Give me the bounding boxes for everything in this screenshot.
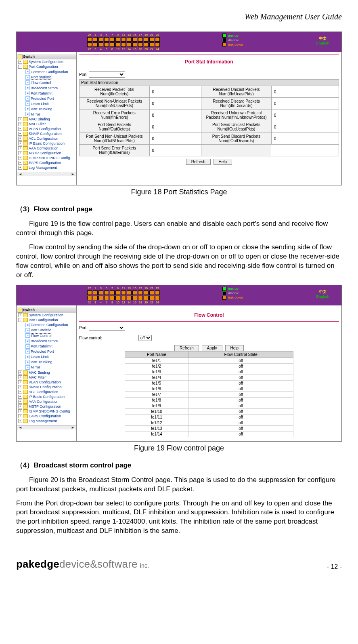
lang-english[interactable]: English xyxy=(316,295,329,299)
table-row: fe1/14off xyxy=(125,431,293,437)
expand-icon[interactable]: + xyxy=(18,419,22,423)
refresh-button[interactable]: Refresh xyxy=(186,159,211,165)
help-button[interactable]: Help xyxy=(214,159,232,165)
sidebar-item[interactable]: +IP Basic Configuration xyxy=(17,141,76,146)
port-number: 3 xyxy=(98,287,103,290)
language-switch[interactable]: 中文 English xyxy=(316,289,329,299)
sidebar-item[interactable]: +EAPS Configuration xyxy=(17,160,76,165)
sidebar-item[interactable]: ≡Protected Port xyxy=(25,349,76,354)
sidebar-item[interactable]: +Log Management xyxy=(17,165,76,170)
sidebar-item[interactable]: +MSTP Configuration xyxy=(17,404,76,409)
sidebar-item[interactable]: ≡Broadcast Strom xyxy=(25,85,76,90)
sidebar-item[interactable]: +System Configuration xyxy=(17,59,76,64)
sidebar-item[interactable]: ≡Port Statistic xyxy=(25,328,76,333)
expand-icon[interactable]: + xyxy=(18,122,22,126)
expand-icon[interactable]: + xyxy=(18,161,22,165)
port-led xyxy=(127,290,132,295)
expand-icon[interactable]: + xyxy=(18,414,22,418)
expand-icon[interactable]: + xyxy=(18,127,22,131)
sidebar-item[interactable]: +IP Basic Configuration xyxy=(17,394,76,399)
sidebar-item[interactable]: +MAC Binding xyxy=(17,117,76,122)
expand-icon[interactable]: + xyxy=(18,156,22,160)
expand-icon[interactable]: + xyxy=(18,137,22,141)
port-led xyxy=(87,42,92,47)
sidebar-item[interactable]: -Port Configuration xyxy=(17,64,76,69)
sidebar-item[interactable]: ≡Flow Control xyxy=(25,80,76,85)
expand-icon[interactable]: + xyxy=(18,151,22,155)
sidebar-item[interactable]: ≡Broadcast Strom xyxy=(25,339,76,344)
expand-icon[interactable]: + xyxy=(18,146,22,150)
expand-icon[interactable]: - xyxy=(18,65,22,69)
sidebar-item[interactable]: ≡Protected Port xyxy=(25,96,76,101)
port-select[interactable] xyxy=(89,325,125,331)
expand-icon[interactable]: - xyxy=(18,318,22,322)
sidebar-item[interactable]: ≡Learn Limit xyxy=(25,101,76,106)
sidebar-item[interactable]: +IGMP SNOOPING Config xyxy=(17,409,76,414)
scroll-right-icon[interactable]: ► xyxy=(70,172,76,176)
sidebar-item[interactable]: +AAA Configuration xyxy=(17,399,76,404)
expand-icon[interactable]: + xyxy=(18,380,22,384)
sidebar-item[interactable]: ≡Mirror xyxy=(25,112,76,117)
flow-control-select[interactable]: off xyxy=(138,335,152,341)
port-number: 4 xyxy=(98,301,103,304)
help-button[interactable]: Help xyxy=(225,345,244,351)
expand-icon[interactable]: + xyxy=(18,400,22,404)
expand-icon[interactable]: + xyxy=(18,370,22,375)
sidebar-item[interactable]: +Log Management xyxy=(17,419,76,423)
apply-button[interactable]: Apply xyxy=(202,345,222,351)
sidebar-item[interactable]: +MAC Binding xyxy=(17,370,76,375)
sidebar-item[interactable]: +MAC Filter xyxy=(17,375,76,380)
sidebar-item[interactable]: +ACL Configuration xyxy=(17,136,76,141)
expand-icon[interactable]: + xyxy=(18,390,22,394)
sidebar-item[interactable]: +VLAN Configuration xyxy=(17,380,76,385)
expand-icon[interactable]: + xyxy=(18,409,22,413)
expand-icon[interactable]: + xyxy=(18,132,22,136)
sidebar-item[interactable]: ≡Port Trunking xyxy=(25,360,76,365)
sidebar-item[interactable]: ≡Flow Control xyxy=(25,333,76,339)
page-icon: ≡ xyxy=(25,365,30,370)
expand-icon[interactable]: + xyxy=(18,166,22,170)
sidebar-item[interactable]: +SNMP Configuration xyxy=(17,131,76,136)
sidebar-item[interactable]: +MSTP Configuration xyxy=(17,151,76,156)
stat-value: 0 xyxy=(149,145,201,156)
lang-chinese[interactable]: 中文 xyxy=(316,36,329,41)
expand-icon[interactable]: + xyxy=(18,313,22,317)
sidebar-item[interactable]: ≡Mirror xyxy=(25,365,76,370)
sidebar-item[interactable]: +VLAN Configuration xyxy=(17,126,76,131)
sidebar-item[interactable]: +MAC Filter xyxy=(17,122,76,126)
sidebar-item[interactable]: +SNMP Configuration xyxy=(17,385,76,389)
lang-chinese[interactable]: 中文 xyxy=(316,289,329,295)
sidebar-item[interactable]: +EAPS Configuration xyxy=(17,414,76,419)
sidebar-item[interactable]: +ACL Configuration xyxy=(17,389,76,394)
scroll-left-icon[interactable]: ◄ xyxy=(17,425,23,429)
language-switch[interactable]: 中文 English xyxy=(316,36,329,45)
sidebar-item[interactable]: ≡Learn Limit xyxy=(25,354,76,360)
sidebar-item[interactable]: +AAA Configuration xyxy=(17,146,76,151)
sidebar-item[interactable]: -Port Configuration xyxy=(17,318,76,322)
sidebar-item[interactable]: ≡Common Configuration xyxy=(25,69,76,74)
port-number: 2 xyxy=(93,301,98,304)
sidebar-item[interactable]: ≡Port Trunking xyxy=(25,106,76,112)
expand-icon[interactable]: + xyxy=(18,404,22,408)
sidebar-item[interactable]: ≡Port Ratelimit xyxy=(25,90,76,96)
port-led xyxy=(155,296,160,300)
expand-icon[interactable]: + xyxy=(18,117,22,121)
port-number: 19 xyxy=(144,34,149,36)
sidebar-item[interactable]: ≡Port Statistic xyxy=(25,74,76,80)
scroll-right-icon[interactable]: ► xyxy=(70,425,76,429)
sidebar-item[interactable]: ≡Common Configuration xyxy=(25,322,76,328)
sidebar-item[interactable]: +System Configuration xyxy=(17,313,76,318)
figure-18-screenshot: 251357911131517192123 262468101214161820… xyxy=(16,32,342,185)
expand-icon[interactable]: + xyxy=(18,385,22,389)
expand-icon[interactable]: + xyxy=(18,60,22,64)
scroll-left-icon[interactable]: ◄ xyxy=(17,172,23,176)
expand-icon[interactable]: + xyxy=(18,141,22,145)
sidebar-item[interactable]: +IGMP SNOOPING Config xyxy=(17,156,76,160)
port-select[interactable] xyxy=(89,72,125,78)
sidebar-item[interactable]: ≡Port Ratelimit xyxy=(25,344,76,349)
expand-icon[interactable]: + xyxy=(18,375,22,379)
expand-icon[interactable]: + xyxy=(18,395,22,399)
lang-english[interactable]: English xyxy=(316,41,329,45)
port-stat-table: Received Packet Total Num(ifInOctets)0Re… xyxy=(79,86,339,156)
refresh-button[interactable]: Refresh xyxy=(174,345,199,351)
